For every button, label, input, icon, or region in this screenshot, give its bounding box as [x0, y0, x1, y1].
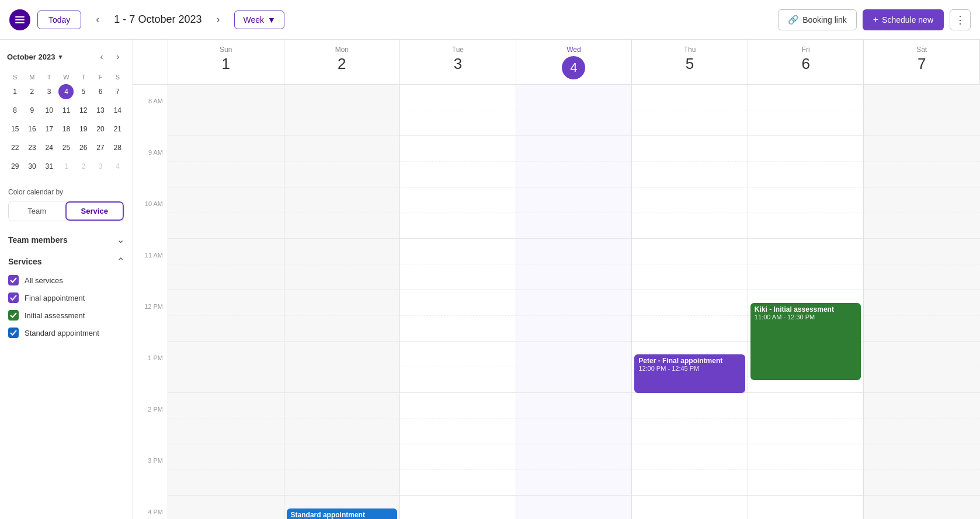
mini-cal-day-2[interactable]: 2	[75, 158, 91, 175]
team-members-label: Team members	[8, 235, 68, 245]
mini-cal-day-20[interactable]: 20	[92, 120, 108, 138]
service-final-checkbox[interactable]	[8, 292, 19, 303]
day-col-sun[interactable]	[168, 85, 284, 519]
time-grid-scroll[interactable]: 8 AM 9 AM 10 AM 11 AM 12 PM 1 PM 2 PM 3 …	[133, 85, 980, 519]
mini-cal-day-3[interactable]: 3	[92, 158, 108, 175]
svg-rect-2	[15, 22, 25, 23]
svg-rect-0	[15, 16, 25, 18]
mini-cal-day-4[interactable]: 4	[110, 158, 126, 175]
week-view-button[interactable]: Week ▼	[234, 11, 284, 29]
day-columns: Standard appointment 3:00 PM - 4:00 PM	[168, 85, 980, 519]
header-actions: 🔗 Booking link + Schedule new ⋮	[778, 9, 971, 30]
service-item-final: Final appointment	[8, 289, 124, 306]
today-button[interactable]: Today	[37, 11, 81, 29]
day-col-thu[interactable]: Peter - Final appointment 12:00 PM - 12:…	[632, 85, 748, 519]
sidebar-toggle[interactable]	[9, 9, 30, 30]
mini-cal-day-30[interactable]: 30	[24, 158, 40, 175]
time-label-3pm: 3 PM	[133, 457, 168, 508]
event-standard-appointment[interactable]: Standard appointment 3:00 PM - 4:00 PM	[287, 508, 398, 519]
mini-cal-day-6[interactable]: 6	[92, 83, 108, 100]
services-header[interactable]: Services ⌃	[0, 250, 133, 269]
plus-icon: +	[873, 15, 878, 25]
team-members-header[interactable]: Team members ⌄	[0, 228, 133, 250]
weekday-w: W	[58, 72, 74, 82]
mini-cal-day-7[interactable]: 7	[110, 83, 126, 100]
event-kiki-initial[interactable]: Kiki - Initial assessment 11:00 AM - 12:…	[750, 303, 861, 380]
mini-cal-day-16[interactable]: 16	[24, 120, 40, 138]
day-col-tue[interactable]	[400, 85, 516, 519]
service-initial-label: Initial assessment	[25, 311, 85, 320]
services-label: Services	[8, 257, 42, 266]
time-label-12pm: 12 PM	[133, 303, 168, 354]
mini-cal-day-15[interactable]: 15	[7, 120, 23, 138]
prev-week-button[interactable]: ‹	[88, 11, 107, 29]
mini-cal-day-24[interactable]: 24	[41, 139, 57, 156]
mini-cal-day-12[interactable]: 12	[75, 102, 91, 119]
color-cal-label: Color calendar by	[8, 188, 124, 196]
mini-cal-day-9[interactable]: 9	[24, 102, 40, 119]
day-header-wed: Wed 4	[516, 40, 633, 84]
mini-cal-day-21[interactable]: 21	[110, 120, 126, 138]
team-members-chevron-icon: ⌄	[117, 234, 124, 245]
mini-cal-nav: ‹ ›	[94, 49, 126, 64]
main-layout: October 2023 ▼ ‹ › S M T W T F	[0, 40, 980, 519]
mini-cal-grid: S M T W T F S 12345678910111213141516171…	[6, 71, 127, 176]
day-header-sat: Sat 7	[864, 40, 980, 84]
more-options-button[interactable]: ⋮	[950, 9, 971, 30]
mini-cal-day-14[interactable]: 14	[110, 102, 126, 119]
mini-cal-day-28[interactable]: 28	[110, 139, 126, 156]
color-cal-buttons: Team Service	[8, 201, 124, 221]
next-week-button[interactable]: ›	[208, 11, 227, 29]
mini-cal-day-2[interactable]: 2	[24, 83, 40, 100]
date-range-label: 1 - 7 October 2023	[114, 13, 201, 26]
time-col-spacer	[133, 40, 168, 84]
mini-cal-day-5[interactable]: 5	[75, 83, 91, 100]
schedule-new-button[interactable]: + Schedule new	[863, 9, 944, 30]
mini-cal-next-button[interactable]: ›	[110, 49, 126, 64]
booking-link-button[interactable]: 🔗 Booking link	[778, 9, 857, 30]
services-list: All services Final appointment Initial a…	[0, 269, 133, 344]
event-peter-final[interactable]: Peter - Final appointment 12:00 PM - 12:…	[634, 354, 745, 393]
mini-cal-day-17[interactable]: 17	[41, 120, 57, 138]
day-header-thu: Thu 5	[632, 40, 748, 84]
mini-cal-day-3[interactable]: 3	[41, 83, 57, 100]
mini-cal-day-1[interactable]: 1	[7, 83, 23, 100]
time-label-4pm: 4 PM	[133, 508, 168, 519]
svg-rect-1	[15, 19, 25, 20]
mini-cal-day-10[interactable]: 10	[41, 102, 57, 119]
mini-cal-day-8[interactable]: 8	[7, 102, 23, 119]
service-standard-checkbox[interactable]	[8, 328, 19, 338]
day-col-fri[interactable]: Kiki - Initial assessment 11:00 AM - 12:…	[748, 85, 864, 519]
mini-cal-day-4[interactable]: 4	[58, 83, 74, 100]
day-col-wed[interactable]	[516, 85, 633, 519]
mini-cal-prev-button[interactable]: ‹	[94, 49, 109, 64]
mini-cal-day-25[interactable]: 25	[58, 139, 74, 156]
mini-cal-day-11[interactable]: 11	[58, 102, 74, 119]
mini-cal-day-29[interactable]: 29	[7, 158, 23, 175]
day-col-mon[interactable]: Standard appointment 3:00 PM - 4:00 PM	[284, 85, 401, 519]
day-headers: Sun 1 Mon 2 Tue 3 Wed 4 Thu 5	[133, 40, 980, 85]
color-by-team-button[interactable]: Team	[9, 201, 65, 221]
service-initial-checkbox[interactable]	[8, 310, 19, 321]
mini-cal-title[interactable]: October 2023 ▼	[7, 53, 63, 61]
mini-cal-header: October 2023 ▼ ‹ ›	[6, 47, 127, 67]
color-by-service-button[interactable]: Service	[65, 201, 124, 221]
mini-cal-day-31[interactable]: 31	[41, 158, 57, 175]
color-calendar-section: Color calendar by Team Service	[0, 183, 133, 228]
mini-cal-dropdown-icon: ▼	[57, 54, 63, 60]
mini-cal-day-1[interactable]: 1	[58, 158, 74, 175]
mini-cal-day-27[interactable]: 27	[92, 139, 108, 156]
service-all-checkbox[interactable]	[8, 275, 19, 285]
day-header-sun: Sun 1	[168, 40, 284, 84]
mini-cal-day-13[interactable]: 13	[92, 102, 108, 119]
mini-cal-day-23[interactable]: 23	[24, 139, 40, 156]
day-col-sat[interactable]	[864, 85, 980, 519]
weekday-s1: S	[7, 72, 23, 82]
mini-cal-day-26[interactable]: 26	[75, 139, 91, 156]
weekday-f: F	[92, 72, 108, 82]
mini-cal-day-22[interactable]: 22	[7, 139, 23, 156]
calendar-area: Sun 1 Mon 2 Tue 3 Wed 4 Thu 5	[133, 40, 980, 519]
time-label-11am: 11 AM	[133, 252, 168, 303]
mini-cal-day-19[interactable]: 19	[75, 120, 91, 138]
mini-cal-day-18[interactable]: 18	[58, 120, 74, 138]
